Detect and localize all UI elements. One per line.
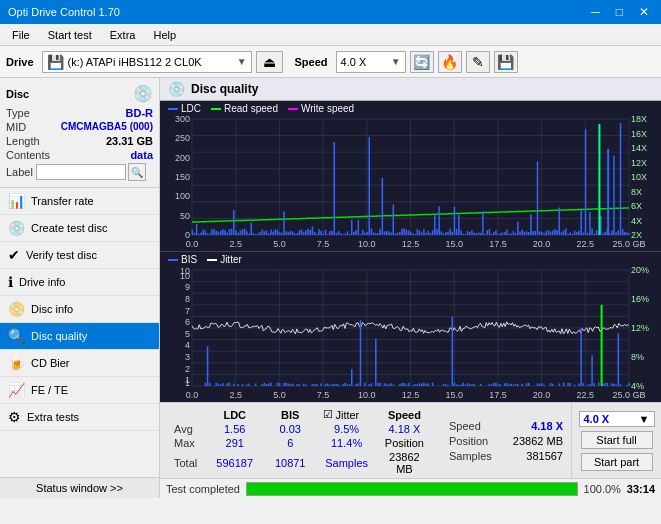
- position-label: Position: [385, 437, 424, 449]
- menu-start-test[interactable]: Start test: [40, 27, 100, 43]
- menu-bar: File Start test Extra Help: [0, 24, 661, 46]
- maximize-button[interactable]: □: [612, 5, 627, 19]
- total-ldc: 596187: [207, 450, 263, 476]
- refresh-button[interactable]: 🔄: [410, 51, 434, 73]
- save-button[interactable]: 💾: [494, 51, 518, 73]
- legend-write-speed-label: Write speed: [301, 103, 354, 114]
- stats-full: LDC BIS ☑ Jitter Speed Avg 1.56: [160, 402, 661, 478]
- create-test-disc-icon: 💿: [8, 220, 25, 236]
- transfer-rate-label: Transfer rate: [31, 195, 94, 207]
- start-full-button[interactable]: Start full: [581, 431, 653, 449]
- fe-te-icon: 📈: [8, 382, 25, 398]
- stats-jitter-check[interactable]: ☑ Jitter: [317, 407, 375, 422]
- chart2-canvas: [160, 252, 661, 402]
- title-bar: Opti Drive Control 1.70 ─ □ ✕: [0, 0, 661, 24]
- mid-value: CMCMAGBA5 (000): [61, 121, 153, 133]
- minimize-button[interactable]: ─: [587, 5, 604, 19]
- legend-bis-label: BIS: [181, 254, 197, 265]
- sidebar-item-disc-info[interactable]: 📀 Disc info: [0, 296, 159, 323]
- chart2-legend: BIS Jitter: [168, 254, 242, 265]
- status-bar: Test completed 100.0% 33:14: [160, 478, 661, 498]
- sidebar-item-transfer-rate[interactable]: 📊 Transfer rate: [0, 188, 159, 215]
- close-button[interactable]: ✕: [635, 5, 653, 19]
- eject-button[interactable]: ⏏: [256, 51, 283, 73]
- sidebar-item-cd-bier[interactable]: 🍺 CD Bier: [0, 350, 159, 377]
- sidebar-item-extra-tests[interactable]: ⚙ Extra tests: [0, 404, 159, 431]
- menu-file[interactable]: File: [4, 27, 38, 43]
- disc-section-label: Disc: [6, 88, 29, 100]
- jitter-label: Jitter: [335, 409, 359, 421]
- nav-items: 📊 Transfer rate 💿 Create test disc ✔ Ver…: [0, 188, 159, 477]
- edit-button[interactable]: ✎: [466, 51, 490, 73]
- extra-tests-label: Extra tests: [27, 411, 79, 423]
- total-label: Total: [168, 450, 207, 476]
- drive-icon: 💾: [47, 54, 64, 70]
- disc-icon: 💿: [133, 84, 153, 103]
- sidebar-item-disc-quality[interactable]: 🔍 Disc quality: [0, 323, 159, 350]
- cd-bier-icon: 🍺: [8, 355, 25, 371]
- legend-bis: BIS: [168, 254, 197, 265]
- drive-selector[interactable]: 💾 (k:) ATAPi iHBS112 2 CL0K ▼: [42, 51, 252, 73]
- max-label: Max: [168, 436, 207, 450]
- label-key: Label: [6, 166, 33, 178]
- type-label: Type: [6, 107, 30, 119]
- burn-button[interactable]: 🔥: [438, 51, 462, 73]
- mid-label: MID: [6, 121, 26, 133]
- sidebar-item-drive-info[interactable]: ℹ Drive info: [0, 269, 159, 296]
- legend-jitter: Jitter: [207, 254, 242, 265]
- stats-table: LDC BIS ☑ Jitter Speed Avg 1.56: [160, 403, 441, 478]
- stats-header-bis: BIS: [263, 407, 318, 422]
- main-panel: 💿 Disc quality LDC Read speed: [160, 78, 661, 498]
- status-text: Test completed: [166, 483, 240, 495]
- length-label: Length: [6, 135, 40, 147]
- sidebar-item-verify-test-disc[interactable]: ✔ Verify test disc: [0, 242, 159, 269]
- speed-display-val: 4.18 X: [531, 420, 563, 432]
- contents-label: Contents: [6, 149, 50, 161]
- avg-speed: 4.18 X: [376, 422, 433, 436]
- disc-info-label: Disc info: [31, 303, 73, 315]
- position-mb: 23862 MB: [376, 450, 433, 476]
- legend-ldc-label: LDC: [181, 103, 201, 114]
- sidebar-item-fe-te[interactable]: 📈 FE / TE: [0, 377, 159, 404]
- type-value: BD-R: [126, 107, 154, 119]
- write-speed-color: [288, 108, 298, 110]
- position-row: Position 23862 MB: [449, 435, 563, 447]
- status-window-button[interactable]: Status window >>: [0, 477, 159, 498]
- avg-jitter: 9.5%: [317, 422, 375, 436]
- speed-display-label: Speed: [449, 420, 481, 432]
- menu-extra[interactable]: Extra: [102, 27, 144, 43]
- speed-dropdown-arrow: ▼: [391, 56, 401, 67]
- window-controls: ─ □ ✕: [587, 5, 653, 19]
- label-input[interactable]: [36, 164, 126, 180]
- toolbar: Drive 💾 (k:) ATAPi iHBS112 2 CL0K ▼ ⏏ Sp…: [0, 46, 661, 78]
- status-window-label: Status window >>: [36, 482, 123, 494]
- create-test-disc-label: Create test disc: [31, 222, 107, 234]
- chart1-container: LDC Read speed Write speed: [160, 101, 661, 252]
- transfer-rate-icon: 📊: [8, 193, 25, 209]
- stats-speed-dropdown[interactable]: 4.0 X ▼: [579, 411, 655, 427]
- menu-help[interactable]: Help: [145, 27, 184, 43]
- samples-label-cell: Samples: [317, 450, 375, 476]
- speed-selector[interactable]: 4.0 X ▼: [336, 51, 406, 73]
- drive-info-icon: ℹ: [8, 274, 13, 290]
- stats-header-ldc: LDC: [207, 407, 263, 422]
- cd-bier-label: CD Bier: [31, 357, 70, 369]
- verify-test-disc-icon: ✔: [8, 247, 20, 263]
- disc-info-icon: 📀: [8, 301, 25, 317]
- progress-pct: 100.0%: [584, 483, 621, 495]
- sidebar: Disc 💿 Type BD-R MID CMCMAGBA5 (000) Len…: [0, 78, 160, 498]
- max-ldc: 291: [207, 436, 263, 450]
- panel-title: Disc quality: [191, 82, 258, 96]
- ldc-color: [168, 108, 178, 110]
- start-part-button[interactable]: Start part: [581, 453, 653, 471]
- samp-val: 381567: [526, 450, 563, 462]
- jitter-checkbox[interactable]: ☑: [323, 408, 333, 421]
- label-search-button[interactable]: 🔍: [128, 163, 146, 181]
- verify-test-disc-label: Verify test disc: [26, 249, 97, 261]
- speed-row: Speed 4.18 X: [449, 420, 563, 432]
- samp-label: Samples: [449, 450, 492, 462]
- drive-text: (k:) ATAPi iHBS112 2 CL0K: [68, 56, 233, 68]
- charts-area: LDC Read speed Write speed: [160, 101, 661, 402]
- sidebar-item-create-test-disc[interactable]: 💿 Create test disc: [0, 215, 159, 242]
- speed-position-area: Speed 4.18 X Position 23862 MB Samples 3…: [441, 403, 571, 478]
